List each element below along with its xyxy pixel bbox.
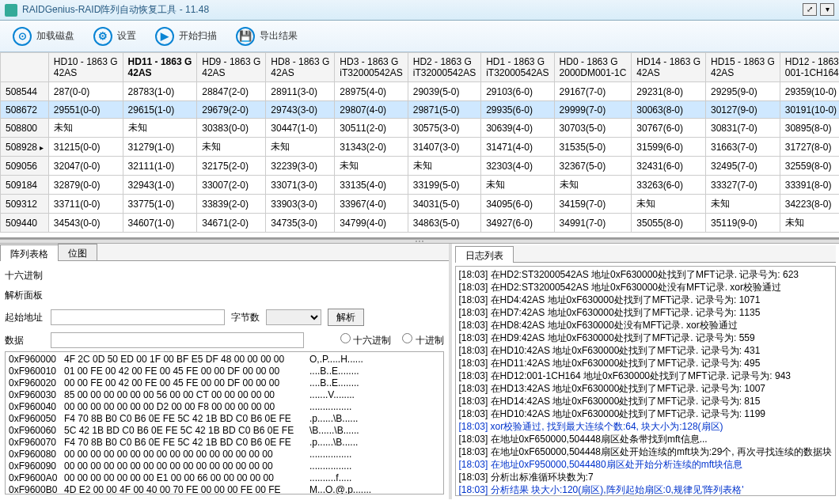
data-input[interactable] bbox=[51, 332, 304, 348]
grid-cell[interactable]: 32111(1-0) bbox=[123, 157, 197, 176]
grid-cell[interactable]: 33199(5-0) bbox=[408, 176, 480, 195]
grid-cell[interactable]: 32047(0-0) bbox=[48, 157, 123, 176]
grid-cell[interactable]: 34927(6-0) bbox=[481, 214, 554, 233]
grid-cell[interactable]: 30511(2-0) bbox=[335, 119, 408, 138]
grid-cell[interactable]: 29231(8-0) bbox=[632, 82, 706, 101]
grid-cell[interactable]: 未知 bbox=[481, 176, 554, 195]
grid-cell[interactable]: 31279(1-0) bbox=[123, 138, 197, 157]
grid-cell[interactable]: 32239(3-0) bbox=[266, 157, 335, 176]
grid-cell[interactable]: 34863(5-0) bbox=[408, 214, 480, 233]
data-grid[interactable]: HD10 - 1863 G42ASHD11 - 1863 G42ASHD9 - … bbox=[0, 52, 839, 239]
grid-cell[interactable]: 30383(0-0) bbox=[197, 119, 266, 138]
grid-cell[interactable]: 29807(4-0) bbox=[335, 101, 408, 119]
radix-dec[interactable]: 十进制 bbox=[402, 333, 443, 347]
grid-cell[interactable]: 287(0-0) bbox=[48, 82, 123, 101]
grid-cell[interactable]: 32559(8-0) bbox=[780, 157, 839, 176]
grid-cell[interactable]: 29359(10-0) bbox=[780, 82, 839, 101]
grid-cell[interactable]: 33839(2-0) bbox=[197, 195, 266, 214]
grid-cell[interactable]: 32879(0-0) bbox=[48, 176, 123, 195]
grid-cell[interactable]: 34991(7-0) bbox=[554, 214, 632, 233]
grid-cell[interactable]: 34095(6-0) bbox=[481, 195, 554, 214]
grid-cell[interactable]: 31471(4-0) bbox=[481, 138, 554, 157]
grid-cell[interactable]: 34735(3-0) bbox=[266, 214, 335, 233]
grid-cell[interactable]: 30127(9-0) bbox=[706, 101, 780, 119]
bytes-select[interactable] bbox=[266, 309, 321, 325]
grid-cell[interactable]: 34607(1-0) bbox=[123, 214, 197, 233]
grid-cell[interactable]: 32431(6-0) bbox=[632, 157, 706, 176]
grid-cell[interactable]: 28975(4-0) bbox=[335, 82, 408, 101]
grid-cell[interactable]: 29679(2-0) bbox=[197, 101, 266, 119]
grid-cell[interactable]: 33007(2-0) bbox=[197, 176, 266, 195]
grid-cell[interactable]: 29743(3-0) bbox=[266, 101, 335, 119]
grid-cell[interactable]: 35055(8-0) bbox=[632, 214, 706, 233]
start-scan-button[interactable]: ▶开始扫描 bbox=[149, 24, 223, 49]
grid-cell[interactable]: 32495(7-0) bbox=[706, 157, 780, 176]
grid-cell[interactable]: 未知 bbox=[123, 119, 197, 138]
tab-bitmap[interactable]: 位图 bbox=[58, 244, 97, 260]
export-button[interactable]: 💾导出结果 bbox=[230, 24, 304, 49]
grid-cell[interactable]: 未知 bbox=[48, 119, 123, 138]
radix-hex[interactable]: 十六进制 bbox=[340, 333, 391, 347]
settings-button[interactable]: ⚙设置 bbox=[87, 24, 142, 49]
grid-cell[interactable]: 30831(7-0) bbox=[706, 119, 780, 138]
grid-cell[interactable]: 29871(5-0) bbox=[408, 101, 480, 119]
grid-cell[interactable]: 28911(3-0) bbox=[266, 82, 335, 101]
grid-cell[interactable]: 未知 bbox=[706, 195, 780, 214]
grid-cell[interactable]: 29295(9-0) bbox=[706, 82, 780, 101]
grid-cell[interactable]: 29039(5-0) bbox=[408, 82, 480, 101]
grid-cell[interactable]: 32175(2-0) bbox=[197, 157, 266, 176]
grid-cell[interactable]: 28783(1-0) bbox=[123, 82, 197, 101]
grid-cell[interactable]: 34159(7-0) bbox=[554, 195, 632, 214]
grid-cell[interactable]: 33071(3-0) bbox=[266, 176, 335, 195]
dropdown-icon[interactable]: ▾ bbox=[820, 3, 834, 16]
grid-cell[interactable]: 30639(4-0) bbox=[481, 119, 554, 138]
grid-cell[interactable]: 30703(5-0) bbox=[554, 119, 632, 138]
grid-cell[interactable]: 未知 bbox=[554, 176, 632, 195]
grid-cell[interactable]: 31407(3-0) bbox=[408, 138, 480, 157]
grid-cell[interactable]: 未知 bbox=[408, 157, 480, 176]
grid-cell[interactable]: 35119(9-0) bbox=[706, 214, 780, 233]
log-list[interactable]: [18:03] 在HD2:ST32000542AS 地址0xF630000处找到… bbox=[455, 266, 836, 496]
grid-cell[interactable]: 31663(7-0) bbox=[706, 138, 780, 157]
grid-cell[interactable]: 30767(6-0) bbox=[632, 119, 706, 138]
grid-cell[interactable]: 30191(10-0) bbox=[780, 101, 839, 119]
grid-cell[interactable]: 33327(7-0) bbox=[706, 176, 780, 195]
grid-cell[interactable]: 30575(3-0) bbox=[408, 119, 480, 138]
grid-cell[interactable]: 34543(0-0) bbox=[48, 214, 123, 233]
grid-cell[interactable]: 29999(7-0) bbox=[554, 101, 632, 119]
grid-cell[interactable]: 31535(5-0) bbox=[554, 138, 632, 157]
grid-cell[interactable]: 未知 bbox=[780, 214, 839, 233]
grid-cell[interactable]: 31215(0-0) bbox=[48, 138, 123, 157]
grid-cell[interactable]: 32303(4-0) bbox=[481, 157, 554, 176]
grid-cell[interactable]: 未知 bbox=[197, 138, 266, 157]
grid-cell[interactable]: 28847(2-0) bbox=[197, 82, 266, 101]
grid-cell[interactable]: 33967(4-0) bbox=[335, 195, 408, 214]
grid-cell[interactable]: 29167(7-0) bbox=[554, 82, 632, 101]
grid-cell[interactable]: 33263(6-0) bbox=[632, 176, 706, 195]
grid-cell[interactable]: 33711(0-0) bbox=[48, 195, 123, 214]
grid-cell[interactable]: 34799(4-0) bbox=[335, 214, 408, 233]
expand-icon[interactable]: ⤢ bbox=[803, 3, 817, 16]
grid-cell[interactable]: 32943(1-0) bbox=[123, 176, 197, 195]
grid-cell[interactable]: 31727(8-0) bbox=[780, 138, 839, 157]
tab-array-grid[interactable]: 阵列表格 bbox=[0, 244, 59, 261]
grid-cell[interactable]: 未知 bbox=[266, 138, 335, 157]
tab-log[interactable]: 日志列表 bbox=[455, 246, 514, 263]
grid-cell[interactable]: 29615(1-0) bbox=[123, 101, 197, 119]
grid-cell[interactable]: 29935(6-0) bbox=[481, 101, 554, 119]
grid-cell[interactable]: 未知 bbox=[632, 195, 706, 214]
grid-cell[interactable]: 未知 bbox=[335, 157, 408, 176]
grid-cell[interactable]: 33391(8-0) bbox=[780, 176, 839, 195]
grid-cell[interactable]: 29551(0-0) bbox=[48, 101, 123, 119]
grid-cell[interactable]: 32367(5-0) bbox=[554, 157, 632, 176]
grid-cell[interactable]: 31599(6-0) bbox=[632, 138, 706, 157]
grid-cell[interactable]: 30447(1-0) bbox=[266, 119, 335, 138]
grid-cell[interactable]: 29103(6-0) bbox=[481, 82, 554, 101]
grid-cell[interactable]: 33903(3-0) bbox=[266, 195, 335, 214]
grid-cell[interactable]: 31343(2-0) bbox=[335, 138, 408, 157]
grid-cell[interactable]: 34671(2-0) bbox=[197, 214, 266, 233]
start-addr-input[interactable] bbox=[51, 309, 225, 325]
grid-cell[interactable]: 33135(4-0) bbox=[335, 176, 408, 195]
grid-cell[interactable]: 30063(8-0) bbox=[632, 101, 706, 119]
grid-cell[interactable]: 33775(1-0) bbox=[123, 195, 197, 214]
